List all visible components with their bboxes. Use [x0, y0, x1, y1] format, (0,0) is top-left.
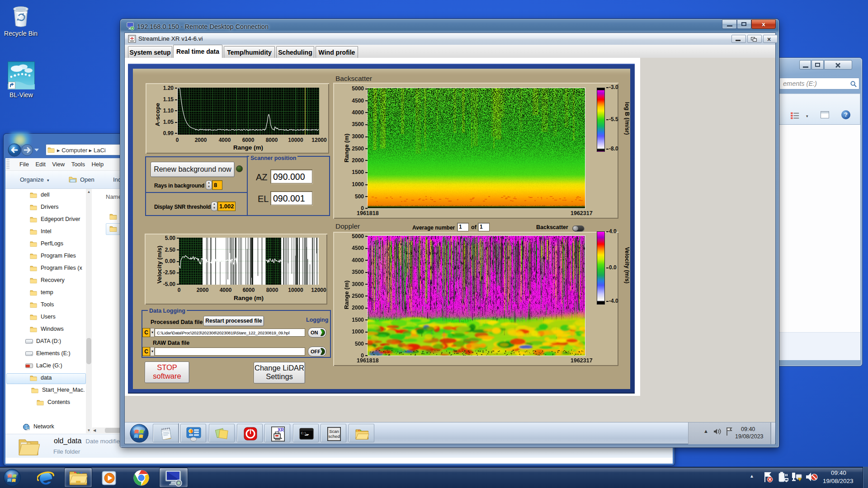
svg-text:Scan: Scan [329, 429, 339, 434]
svg-text:XR: XR [278, 427, 284, 432]
svg-text:C:\▂: C:\▂ [301, 432, 309, 435]
svg-text:sched: sched [328, 434, 340, 439]
